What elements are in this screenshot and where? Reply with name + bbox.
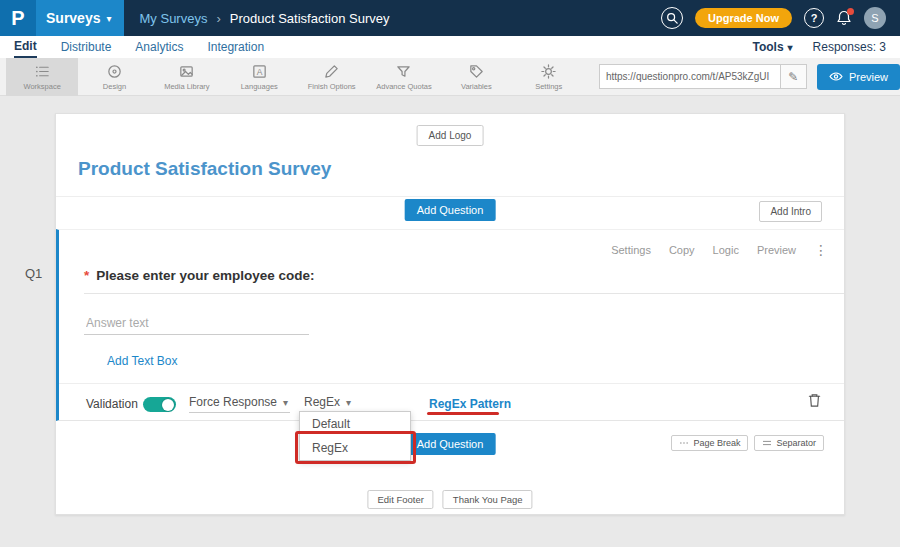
toggle-knob bbox=[162, 399, 174, 411]
toolbar-item-label: Design bbox=[103, 82, 126, 91]
separator-icon bbox=[762, 439, 772, 447]
user-avatar[interactable]: S bbox=[864, 7, 886, 29]
toolbar-item-label: Finish Options bbox=[308, 82, 356, 91]
validation-type-menu: Default RegEx bbox=[299, 411, 411, 461]
notifications-button[interactable] bbox=[836, 10, 852, 26]
question-logic-link[interactable]: Logic bbox=[713, 244, 739, 256]
kebab-menu-icon[interactable]: ⋮ bbox=[814, 242, 828, 258]
questionpro-logo: P bbox=[0, 0, 36, 36]
page-break-button[interactable]: Page Break bbox=[671, 435, 748, 451]
responses-count[interactable]: Responses: 3 bbox=[813, 40, 886, 54]
gear-icon bbox=[540, 63, 557, 80]
editor-toolbar: Workspace Design Media Library A Languag… bbox=[0, 58, 900, 96]
question-text[interactable]: Please enter your employee code: bbox=[96, 268, 314, 283]
tab-distribute[interactable]: Distribute bbox=[61, 36, 112, 58]
survey-url-input[interactable] bbox=[599, 64, 781, 89]
toolbar-item-languages[interactable]: A Languages bbox=[223, 58, 295, 96]
toolbar-item-label: Variables bbox=[461, 82, 492, 91]
question-number: Q1 bbox=[25, 266, 42, 281]
preview-label: Preview bbox=[849, 71, 888, 83]
card-footer-buttons: Edit Footer Thank You Page bbox=[367, 490, 532, 509]
variables-icon bbox=[468, 63, 485, 80]
separator-button[interactable]: Separator bbox=[754, 435, 824, 451]
tools-menu[interactable]: Tools ▾ bbox=[752, 40, 792, 54]
page-tools: Page Break Separator bbox=[671, 435, 824, 451]
add-intro-button[interactable]: Add Intro bbox=[759, 201, 822, 222]
toolbar-item-finish-options[interactable]: Finish Options bbox=[295, 58, 367, 96]
chevron-down-icon: ▾ bbox=[283, 397, 288, 408]
tools-label: Tools bbox=[752, 40, 783, 54]
upgrade-now-button[interactable]: Upgrade Now bbox=[695, 8, 792, 28]
add-question-button-top[interactable]: Add Question bbox=[405, 199, 496, 221]
divider bbox=[56, 196, 844, 197]
toolbar-item-advance-quotas[interactable]: Advance Quotas bbox=[368, 58, 440, 96]
edit-footer-button[interactable]: Edit Footer bbox=[367, 490, 433, 509]
app-root: P Surveys ▾ My Surveys › Product Satisfa… bbox=[0, 0, 900, 547]
add-logo-button[interactable]: Add Logo bbox=[417, 125, 484, 146]
force-response-dropdown[interactable]: Force Response ▾ bbox=[189, 395, 290, 413]
separator-label: Separator bbox=[776, 438, 816, 448]
workspace-icon bbox=[34, 63, 51, 80]
question-text-row: *Please enter your employee code: bbox=[84, 268, 315, 283]
toolbar-item-label: Workspace bbox=[23, 82, 60, 91]
eye-icon bbox=[829, 71, 843, 82]
tab-edit[interactable]: Edit bbox=[14, 36, 37, 58]
toolbar-item-media-library[interactable]: Media Library bbox=[151, 58, 223, 96]
toolbar-item-settings[interactable]: Settings bbox=[513, 58, 585, 96]
question-settings-link[interactable]: Settings bbox=[611, 244, 651, 256]
answer-text-input[interactable] bbox=[84, 312, 309, 335]
tab-integration[interactable]: Integration bbox=[207, 36, 264, 58]
editor-content: Q1 Add Logo Product Satisfaction Survey … bbox=[0, 96, 900, 547]
toolbar-item-label: Settings bbox=[535, 82, 562, 91]
pencil-icon: ✎ bbox=[788, 70, 798, 84]
delete-question-button[interactable] bbox=[807, 392, 822, 408]
regex-pattern-link[interactable]: RegEx Pattern bbox=[429, 397, 511, 411]
trash-icon bbox=[807, 392, 822, 408]
chevron-down-icon: ▾ bbox=[346, 397, 351, 408]
logo-letter: P bbox=[11, 7, 24, 30]
breadcrumb-my-surveys[interactable]: My Surveys bbox=[140, 11, 208, 26]
add-question-button-bottom[interactable]: Add Question bbox=[405, 433, 496, 455]
tabrow-right: Tools ▾ Responses: 3 bbox=[752, 40, 886, 54]
toolbar-item-design[interactable]: Design bbox=[78, 58, 150, 96]
divider bbox=[59, 383, 844, 384]
svg-text:A: A bbox=[256, 66, 262, 76]
page-break-icon bbox=[679, 439, 689, 447]
question-preview-link[interactable]: Preview bbox=[757, 244, 796, 256]
menu-option-default[interactable]: Default bbox=[300, 412, 410, 436]
survey-card: Add Logo Product Satisfaction Survey Add… bbox=[55, 113, 845, 515]
design-icon bbox=[106, 63, 123, 80]
add-text-box-link[interactable]: Add Text Box bbox=[107, 354, 178, 368]
section-tabs: Edit Distribute Analytics Integration To… bbox=[0, 36, 900, 58]
tab-analytics[interactable]: Analytics bbox=[135, 36, 183, 58]
search-button[interactable] bbox=[661, 7, 683, 29]
menu-option-regex[interactable]: RegEx bbox=[300, 436, 410, 460]
notification-badge bbox=[847, 8, 854, 15]
page-break-label: Page Break bbox=[693, 438, 740, 448]
media-library-icon bbox=[178, 63, 195, 80]
languages-icon: A bbox=[251, 63, 268, 80]
breadcrumb-current-survey: Product Satisfaction Survey bbox=[230, 11, 390, 26]
validation-toggle[interactable] bbox=[143, 397, 176, 412]
survey-url-group: ✎ bbox=[599, 64, 807, 89]
surveys-menu-label: Surveys bbox=[46, 10, 100, 26]
survey-title[interactable]: Product Satisfaction Survey bbox=[78, 158, 331, 180]
breadcrumb: My Surveys › Product Satisfaction Survey bbox=[140, 11, 390, 26]
thank-you-page-button[interactable]: Thank You Page bbox=[443, 490, 533, 509]
finish-options-icon bbox=[323, 63, 340, 80]
help-icon: ? bbox=[811, 12, 818, 24]
divider bbox=[84, 293, 844, 294]
question-actions: Settings Copy Logic Preview ⋮ bbox=[611, 242, 828, 258]
question-copy-link[interactable]: Copy bbox=[669, 244, 695, 256]
chevron-down-icon: ▾ bbox=[788, 42, 793, 53]
topbar-actions: Upgrade Now ? S bbox=[661, 7, 900, 29]
toolbar-item-variables[interactable]: Variables bbox=[440, 58, 512, 96]
surveys-menu[interactable]: P Surveys ▾ bbox=[0, 0, 124, 36]
validation-label: Validation bbox=[86, 397, 138, 411]
help-button[interactable]: ? bbox=[804, 8, 824, 28]
toolbar-item-label: Advance Quotas bbox=[376, 82, 431, 91]
edit-url-button[interactable]: ✎ bbox=[781, 64, 807, 89]
validation-type-label: RegEx bbox=[304, 395, 340, 409]
toolbar-item-workspace[interactable]: Workspace bbox=[6, 58, 78, 96]
preview-button[interactable]: Preview bbox=[817, 64, 900, 90]
